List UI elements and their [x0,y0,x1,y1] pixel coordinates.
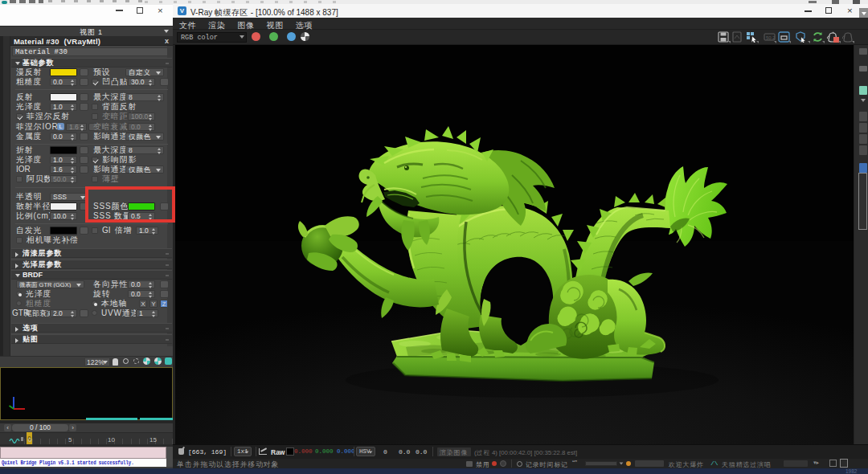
svg-text:50.2: 50.2 [766,35,776,40]
